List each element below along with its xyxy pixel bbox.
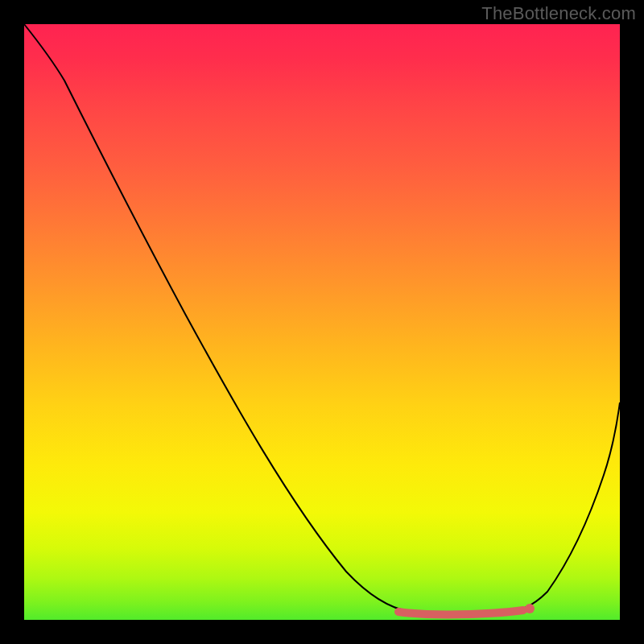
plot-overlay-svg [24, 24, 620, 620]
attribution-text: TheBottleneck.com [481, 3, 636, 24]
optimal-range-end-dot [525, 604, 535, 613]
chart-stage: TheBottleneck.com [0, 0, 644, 644]
optimal-range-marker [398, 610, 523, 614]
bottleneck-curve [24, 24, 620, 613]
